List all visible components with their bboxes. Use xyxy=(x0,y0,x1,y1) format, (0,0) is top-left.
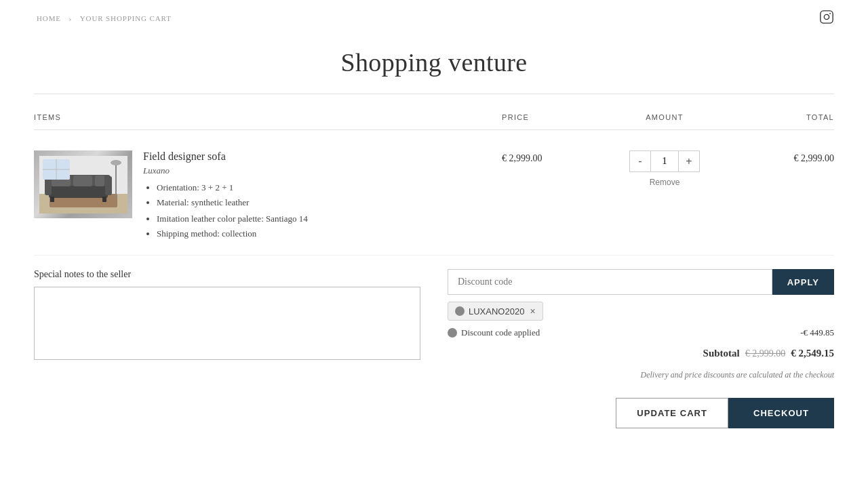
spec-material: Material: synthetic leather xyxy=(157,195,502,210)
discount-applied-left: Discount code applied xyxy=(448,327,540,338)
discount-tag: LUXANO2020 × xyxy=(448,302,543,321)
svg-point-2 xyxy=(829,13,831,14)
discount-tag-remove[interactable]: × xyxy=(530,306,535,317)
apply-discount-button[interactable]: APPLY xyxy=(772,269,834,295)
subtotal-row: Subtotal € 2,999.00 € 2,549.15 xyxy=(448,348,834,359)
svg-rect-10 xyxy=(105,176,112,195)
discount-applied-text: Discount code applied xyxy=(461,327,540,338)
subtotal-old-price: € 2,999.00 xyxy=(745,348,786,359)
remove-link[interactable]: Remove xyxy=(650,178,680,187)
quantity-input[interactable] xyxy=(650,151,679,171)
breadcrumb-separator: › xyxy=(69,14,73,22)
col-items: ITEMS xyxy=(34,113,502,121)
divider xyxy=(34,94,834,94)
item-price: € 2,999.00 xyxy=(502,150,604,164)
product-image xyxy=(34,150,132,218)
spec-orientation: Orientation: 3 + 2 + 1 xyxy=(157,180,502,195)
instagram-icon[interactable] xyxy=(819,9,834,27)
svg-rect-0 xyxy=(821,11,833,23)
action-buttons: UPDATE CART CHECKOUT xyxy=(448,398,834,428)
special-notes-section: Special notes to the seller xyxy=(34,269,420,428)
spec-color: Imitation leather color palette: Santiag… xyxy=(157,211,502,226)
discount-code-label: LUXANO2020 xyxy=(469,306,524,317)
discount-code-input[interactable] xyxy=(448,269,772,295)
svg-rect-16 xyxy=(115,163,117,198)
svg-rect-15 xyxy=(95,176,104,186)
bottom-section: Special notes to the seller APPLY LUXANO… xyxy=(34,269,834,428)
quantity-control[interactable]: - + xyxy=(629,150,700,172)
discount-applied-row: Discount code applied -€ 449.85 xyxy=(448,327,834,338)
discount-section: APPLY LUXANO2020 × Discount code applied… xyxy=(448,269,834,428)
product-specs: Orientation: 3 + 2 + 1 Material: synthet… xyxy=(143,180,502,210)
breadcrumb-home[interactable]: HOME xyxy=(37,14,61,22)
delivery-note: Delivery and price discounts are calcula… xyxy=(448,370,834,380)
item-info: Field designer sofa Luxano Orientation: … xyxy=(34,150,502,241)
special-notes-textarea[interactable] xyxy=(34,287,420,360)
discount-input-row: APPLY xyxy=(448,269,834,295)
subtotal-label: Subtotal xyxy=(703,348,740,359)
quantity-decrease-button[interactable]: - xyxy=(630,151,650,171)
cart-table-header: ITEMS PRICE AMOUNT TOTAL xyxy=(34,108,834,130)
spec-shipping: Shipping method: collection xyxy=(157,226,502,241)
product-name: Field designer sofa xyxy=(143,150,502,163)
svg-point-17 xyxy=(111,160,121,165)
checkout-button[interactable]: CHECKOUT xyxy=(728,398,834,428)
product-brand: Luxano xyxy=(143,165,502,176)
cart-item: Field designer sofa Luxano Orientation: … xyxy=(34,144,834,256)
col-price: PRICE xyxy=(502,113,604,121)
item-amount: - + Remove xyxy=(604,150,726,187)
item-total: € 2,999.00 xyxy=(726,150,834,164)
breadcrumb-current: YOUR SHOPPING CART xyxy=(80,14,172,22)
svg-rect-8 xyxy=(49,186,108,198)
col-amount: AMOUNT xyxy=(604,113,726,121)
top-bar: HOME › YOUR SHOPPING CART xyxy=(34,0,834,34)
svg-rect-12 xyxy=(102,197,106,202)
update-cart-button[interactable]: UPDATE CART xyxy=(616,398,728,428)
product-extra: Imitation leather color palette: Santiag… xyxy=(143,211,502,241)
quantity-increase-button[interactable]: + xyxy=(679,151,699,171)
discount-check-icon xyxy=(448,328,457,338)
svg-point-1 xyxy=(824,14,829,19)
discount-tag-icon xyxy=(455,306,465,316)
special-notes-label: Special notes to the seller xyxy=(34,269,420,280)
subtotal-new-price: € 2,549.15 xyxy=(791,348,834,359)
svg-rect-14 xyxy=(73,176,92,186)
product-details: Field designer sofa Luxano Orientation: … xyxy=(143,150,502,241)
breadcrumb: HOME › YOUR SHOPPING CART xyxy=(34,14,174,22)
svg-rect-11 xyxy=(50,197,54,202)
col-total: TOTAL xyxy=(726,113,834,121)
page-title: Shopping venture xyxy=(34,34,834,94)
discount-tag-wrapper: LUXANO2020 × xyxy=(448,302,834,321)
discount-amount: -€ 449.85 xyxy=(800,327,834,338)
